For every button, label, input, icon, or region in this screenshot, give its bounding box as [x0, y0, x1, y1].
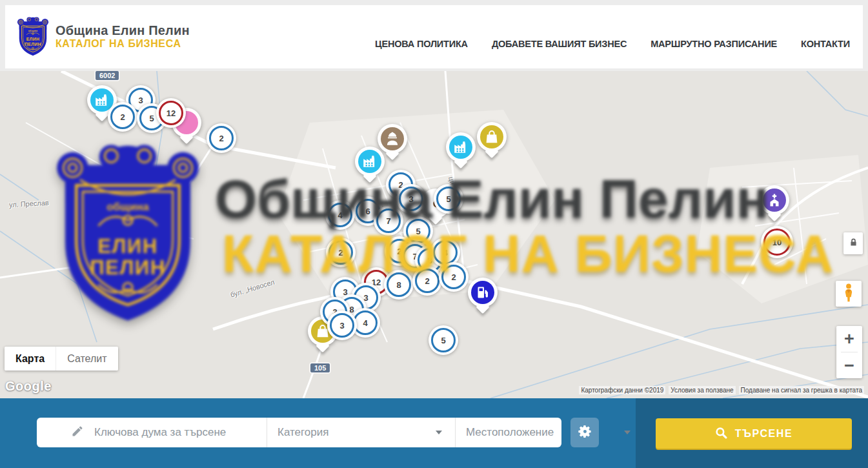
- nav-item[interactable]: МАРШРУТНО РАЗПИСАНИЕ: [651, 39, 777, 49]
- cluster-marker[interactable]: 2: [326, 238, 356, 267]
- location-dropdown-label: Местоположение: [466, 426, 554, 439]
- cluster-marker[interactable]: 7: [374, 206, 403, 236]
- cluster-marker[interactable]: 3: [396, 184, 426, 214]
- nav-item[interactable]: КОНТАКТИ: [801, 39, 850, 49]
- svg-text:ЕЛИН: ЕЛИН: [26, 37, 40, 41]
- attribution-text: Картографски данни ©2019: [579, 386, 665, 394]
- church-icon: [763, 188, 786, 212]
- search-button-label: ТЪРСЕНЕ: [735, 428, 793, 440]
- cluster-marker[interactable]: 12: [156, 98, 186, 128]
- fuel-pin[interactable]: [468, 278, 498, 307]
- map-type-control: Карта Сателит: [5, 347, 118, 371]
- google-logo[interactable]: Google: [5, 379, 52, 394]
- factory-pin[interactable]: [446, 132, 476, 162]
- header: община ЕЛИН ПЕЛИН Община Елин Пелин КАТА…: [5, 5, 863, 68]
- pencil-icon: [71, 425, 84, 440]
- cluster-count: 2: [328, 240, 353, 265]
- cluster-count: 2: [209, 126, 234, 150]
- bag-icon: [480, 125, 503, 148]
- zoom-out-button[interactable]: −: [836, 352, 862, 378]
- cluster-count: 2: [441, 265, 466, 289]
- search-button[interactable]: ТЪРСЕНЕ: [656, 418, 852, 449]
- cluster-count: 4: [328, 203, 352, 227]
- factory-icon: [358, 150, 381, 173]
- cluster-count: 7: [376, 209, 401, 233]
- shopping-bag-pin[interactable]: [477, 122, 507, 152]
- worker-pin[interactable]: [378, 124, 407, 154]
- zoom-control: + −: [836, 326, 862, 378]
- site-subtitle: КАТАЛОГ НА БИЗНЕСА: [56, 38, 190, 50]
- category-dropdown[interactable]: Категория: [267, 418, 455, 447]
- street-view-pegman[interactable]: [836, 281, 862, 307]
- svg-text:община: община: [28, 30, 38, 32]
- cluster-marker[interactable]: 10: [761, 226, 793, 258]
- church-pin[interactable]: [760, 185, 789, 215]
- chevron-down-icon: [624, 431, 631, 434]
- factory-pin[interactable]: [355, 147, 385, 176]
- location-dropdown[interactable]: Местоположение: [455, 418, 643, 447]
- cluster-marker[interactable]: 3: [327, 310, 357, 340]
- nav-item[interactable]: ЦЕНОВА ПОЛИТИКА: [375, 39, 468, 49]
- municipality-crest-logo: община ЕЛИН ПЕЛИН: [17, 15, 49, 57]
- map-canvas[interactable]: 6002105ул. Преславбул. „Новоселции 32512…: [0, 71, 868, 398]
- map-attribution: Картографски данни ©2019Условия за ползв…: [579, 386, 864, 394]
- cluster-count: 5: [436, 187, 461, 211]
- attribution-link[interactable]: Подаване на сигнал за грешка в картата: [739, 386, 864, 394]
- cluster-count: 2: [110, 105, 135, 129]
- gear-icon: [578, 424, 592, 441]
- cluster-count: 3: [399, 187, 423, 211]
- cluster-count: 12: [159, 101, 183, 125]
- road-shield: 105: [310, 363, 330, 372]
- cluster-marker[interactable]: 5: [434, 184, 463, 214]
- lock-control[interactable]: [843, 232, 863, 254]
- worker-icon: [381, 127, 404, 150]
- search-icon: [715, 427, 727, 441]
- cluster-marker[interactable]: 2: [439, 262, 469, 292]
- search-form: Категория Местоположение: [37, 418, 561, 447]
- search-bar: Категория Местоположение ТЪРСЕНЕ: [0, 398, 868, 468]
- cluster-marker[interactable]: 2: [108, 102, 137, 132]
- pegman-icon: [842, 283, 856, 305]
- category-dropdown-label: Категория: [278, 426, 328, 439]
- cluster-count: 3: [330, 313, 354, 338]
- site-logo[interactable]: община ЕЛИН ПЕЛИН Община Елин Пелин КАТА…: [17, 15, 190, 57]
- main-nav: ЦЕНОВА ПОЛИТИКАДОБАВЕТЕ ВАШИЯТ БИЗНЕСМАР…: [375, 39, 850, 49]
- factory-icon: [449, 136, 472, 159]
- cluster-count: 8: [387, 272, 411, 297]
- cluster-count: 2: [415, 269, 439, 293]
- attribution-link[interactable]: Условия за ползване: [669, 386, 735, 394]
- map-type-satellite-button[interactable]: Сателит: [56, 347, 117, 371]
- cluster-marker[interactable]: 2: [207, 123, 236, 153]
- cluster-marker[interactable]: 4: [325, 200, 355, 230]
- road-shield: 6002: [96, 71, 119, 80]
- svg-text:ПЕЛИН: ПЕЛИН: [25, 42, 41, 46]
- cluster-count: 5: [431, 328, 456, 352]
- cluster-count: 10: [763, 229, 791, 256]
- zoom-in-button[interactable]: +: [836, 326, 862, 352]
- cluster-count: 4: [433, 240, 458, 265]
- cluster-marker[interactable]: 2: [412, 266, 442, 296]
- keyword-field-wrap: [37, 418, 267, 447]
- cluster-marker[interactable]: 5: [429, 325, 458, 355]
- lock-icon: [849, 238, 858, 250]
- map-type-map-button[interactable]: Карта: [5, 347, 56, 371]
- site-title: Община Елин Пелин: [56, 23, 190, 38]
- fuel-icon: [471, 281, 494, 304]
- chevron-down-icon: [436, 431, 442, 434]
- advanced-search-button[interactable]: [570, 418, 599, 447]
- keyword-search-input[interactable]: [93, 425, 231, 440]
- cluster-marker[interactable]: 8: [384, 270, 414, 300]
- nav-item[interactable]: ДОБАВЕТЕ ВАШИЯТ БИЗНЕС: [492, 39, 627, 49]
